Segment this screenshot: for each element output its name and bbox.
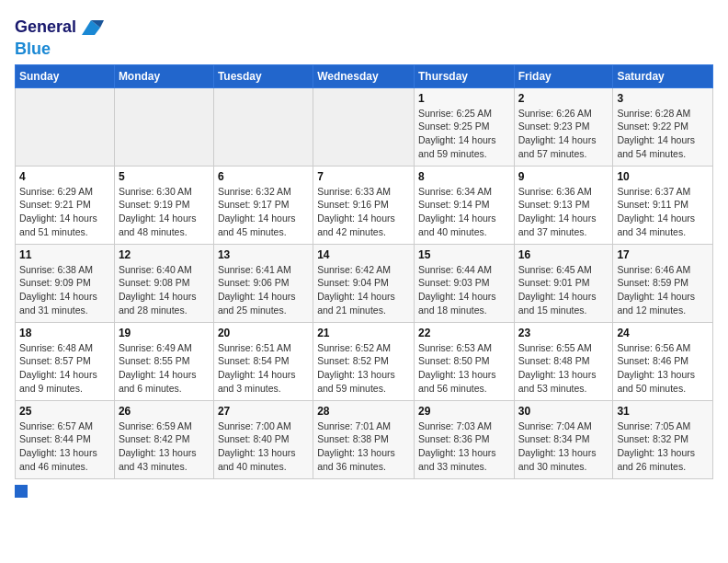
week-row-2: 4Sunrise: 6:29 AM Sunset: 9:21 PM Daylig… — [16, 166, 713, 244]
day-number: 11 — [19, 248, 110, 261]
day-cell: 16Sunrise: 6:45 AM Sunset: 9:01 PM Dayli… — [514, 244, 613, 322]
day-number: 18 — [19, 327, 110, 339]
weekday-header-sunday: Sunday — [16, 64, 115, 87]
day-number: 30 — [518, 405, 609, 418]
day-cell: 22Sunrise: 6:53 AM Sunset: 8:50 PM Dayli… — [414, 322, 514, 400]
day-number: 1 — [418, 92, 510, 105]
day-cell: 12Sunrise: 6:40 AM Sunset: 9:08 PM Dayli… — [114, 244, 213, 322]
day-detail: Sunrise: 6:36 AM Sunset: 9:13 PM Dayligh… — [518, 185, 609, 239]
day-number: 19 — [119, 327, 210, 339]
page: General Blue SundayMondayTuesdayWednesda… — [0, 0, 728, 563]
day-cell: 26Sunrise: 6:59 AM Sunset: 8:42 PM Dayli… — [114, 400, 213, 478]
day-number: 7 — [317, 170, 410, 183]
day-detail: Sunrise: 6:32 AM Sunset: 9:17 PM Dayligh… — [218, 185, 309, 239]
day-detail: Sunrise: 6:42 AM Sunset: 9:04 PM Dayligh… — [317, 263, 410, 317]
day-number: 29 — [418, 405, 510, 418]
week-row-4: 18Sunrise: 6:48 AM Sunset: 8:57 PM Dayli… — [16, 322, 713, 400]
weekday-header-tuesday: Tuesday — [213, 64, 313, 87]
day-detail: Sunrise: 6:45 AM Sunset: 9:01 PM Dayligh… — [518, 263, 609, 317]
day-cell: 6Sunrise: 6:32 AM Sunset: 9:17 PM Daylig… — [213, 166, 313, 244]
day-cell: 2Sunrise: 6:26 AM Sunset: 9:23 PM Daylig… — [514, 87, 613, 166]
day-number: 21 — [317, 327, 410, 339]
day-number: 27 — [218, 405, 309, 418]
day-detail: Sunrise: 7:00 AM Sunset: 8:40 PM Dayligh… — [218, 419, 309, 474]
day-cell: 5Sunrise: 6:30 AM Sunset: 9:19 PM Daylig… — [114, 166, 213, 244]
day-detail: Sunrise: 6:59 AM Sunset: 8:42 PM Dayligh… — [119, 419, 210, 474]
week-row-1: 1Sunrise: 6:25 AM Sunset: 9:25 PM Daylig… — [16, 87, 713, 166]
day-number: 15 — [418, 248, 510, 261]
day-cell: 31Sunrise: 7:05 AM Sunset: 8:32 PM Dayli… — [613, 400, 713, 478]
day-detail: Sunrise: 6:30 AM Sunset: 9:19 PM Dayligh… — [119, 185, 210, 239]
day-number: 24 — [617, 327, 709, 339]
day-number: 17 — [617, 248, 709, 261]
day-number: 23 — [518, 327, 609, 339]
day-detail: Sunrise: 6:33 AM Sunset: 9:16 PM Dayligh… — [317, 185, 410, 239]
day-detail: Sunrise: 6:40 AM Sunset: 9:08 PM Dayligh… — [119, 263, 210, 317]
day-number: 10 — [617, 170, 709, 183]
day-cell: 7Sunrise: 6:33 AM Sunset: 9:16 PM Daylig… — [313, 166, 415, 244]
day-detail: Sunrise: 7:03 AM Sunset: 8:36 PM Dayligh… — [418, 419, 510, 474]
day-detail: Sunrise: 6:56 AM Sunset: 8:46 PM Dayligh… — [617, 341, 709, 396]
day-number: 13 — [218, 248, 309, 261]
footer — [15, 485, 713, 498]
day-number: 9 — [518, 170, 609, 183]
day-cell: 27Sunrise: 7:00 AM Sunset: 8:40 PM Dayli… — [213, 400, 313, 478]
day-cell: 4Sunrise: 6:29 AM Sunset: 9:21 PM Daylig… — [16, 166, 115, 244]
day-cell — [16, 87, 115, 166]
day-number: 28 — [317, 405, 410, 418]
day-cell: 8Sunrise: 6:34 AM Sunset: 9:14 PM Daylig… — [414, 166, 514, 244]
day-cell — [213, 87, 313, 166]
day-detail: Sunrise: 6:46 AM Sunset: 8:59 PM Dayligh… — [617, 263, 709, 317]
day-number: 25 — [19, 405, 110, 418]
day-cell: 20Sunrise: 6:51 AM Sunset: 8:54 PM Dayli… — [213, 322, 313, 400]
day-number: 3 — [617, 92, 709, 105]
day-detail: Sunrise: 7:01 AM Sunset: 8:38 PM Dayligh… — [317, 419, 410, 474]
day-number: 26 — [119, 405, 210, 418]
day-detail: Sunrise: 6:49 AM Sunset: 8:55 PM Dayligh… — [119, 341, 210, 396]
day-number: 5 — [119, 170, 210, 183]
day-cell: 30Sunrise: 7:04 AM Sunset: 8:34 PM Dayli… — [514, 400, 613, 478]
weekday-header-monday: Monday — [114, 64, 213, 87]
day-cell: 10Sunrise: 6:37 AM Sunset: 9:11 PM Dayli… — [613, 166, 713, 244]
day-number: 2 — [518, 92, 609, 105]
day-cell: 18Sunrise: 6:48 AM Sunset: 8:57 PM Dayli… — [16, 322, 115, 400]
weekday-header-saturday: Saturday — [613, 64, 713, 87]
day-cell: 19Sunrise: 6:49 AM Sunset: 8:55 PM Dayli… — [114, 322, 213, 400]
day-detail: Sunrise: 6:29 AM Sunset: 9:21 PM Dayligh… — [19, 185, 110, 239]
day-cell: 1Sunrise: 6:25 AM Sunset: 9:25 PM Daylig… — [414, 87, 514, 166]
logo-icon — [78, 15, 104, 40]
day-cell: 17Sunrise: 6:46 AM Sunset: 8:59 PM Dayli… — [613, 244, 713, 322]
day-number: 22 — [418, 327, 510, 339]
logo: General Blue — [15, 15, 104, 59]
day-cell — [313, 87, 415, 166]
day-detail: Sunrise: 6:44 AM Sunset: 9:03 PM Dayligh… — [418, 263, 510, 317]
day-number: 14 — [317, 248, 410, 261]
day-cell: 9Sunrise: 6:36 AM Sunset: 9:13 PM Daylig… — [514, 166, 613, 244]
week-row-5: 25Sunrise: 6:57 AM Sunset: 8:44 PM Dayli… — [16, 400, 713, 478]
day-cell: 29Sunrise: 7:03 AM Sunset: 8:36 PM Dayli… — [414, 400, 514, 478]
day-cell: 14Sunrise: 6:42 AM Sunset: 9:04 PM Dayli… — [313, 244, 415, 322]
day-detail: Sunrise: 6:38 AM Sunset: 9:09 PM Dayligh… — [19, 263, 110, 317]
logo-subtext: Blue — [15, 40, 104, 59]
day-cell: 21Sunrise: 6:52 AM Sunset: 8:52 PM Dayli… — [313, 322, 415, 400]
day-detail: Sunrise: 6:52 AM Sunset: 8:52 PM Dayligh… — [317, 341, 410, 396]
day-cell: 23Sunrise: 6:55 AM Sunset: 8:48 PM Dayli… — [514, 322, 613, 400]
day-detail: Sunrise: 6:37 AM Sunset: 9:11 PM Dayligh… — [617, 185, 709, 239]
calendar-table: SundayMondayTuesdayWednesdayThursdayFrid… — [15, 64, 713, 479]
day-detail: Sunrise: 6:41 AM Sunset: 9:06 PM Dayligh… — [218, 263, 309, 317]
day-detail: Sunrise: 6:51 AM Sunset: 8:54 PM Dayligh… — [218, 341, 309, 396]
weekday-header-friday: Friday — [514, 64, 613, 87]
day-detail: Sunrise: 7:05 AM Sunset: 8:32 PM Dayligh… — [617, 419, 709, 474]
day-cell: 11Sunrise: 6:38 AM Sunset: 9:09 PM Dayli… — [16, 244, 115, 322]
day-number: 16 — [518, 248, 609, 261]
day-number: 31 — [617, 405, 709, 418]
day-detail: Sunrise: 6:34 AM Sunset: 9:14 PM Dayligh… — [418, 185, 510, 239]
day-cell: 15Sunrise: 6:44 AM Sunset: 9:03 PM Dayli… — [414, 244, 514, 322]
day-cell: 25Sunrise: 6:57 AM Sunset: 8:44 PM Dayli… — [16, 400, 115, 478]
day-number: 20 — [218, 327, 309, 339]
weekday-header-row: SundayMondayTuesdayWednesdayThursdayFrid… — [16, 64, 713, 87]
day-cell: 3Sunrise: 6:28 AM Sunset: 9:22 PM Daylig… — [613, 87, 713, 166]
day-number: 8 — [418, 170, 510, 183]
day-detail: Sunrise: 6:28 AM Sunset: 9:22 PM Dayligh… — [617, 107, 709, 161]
weekday-header-thursday: Thursday — [414, 64, 514, 87]
